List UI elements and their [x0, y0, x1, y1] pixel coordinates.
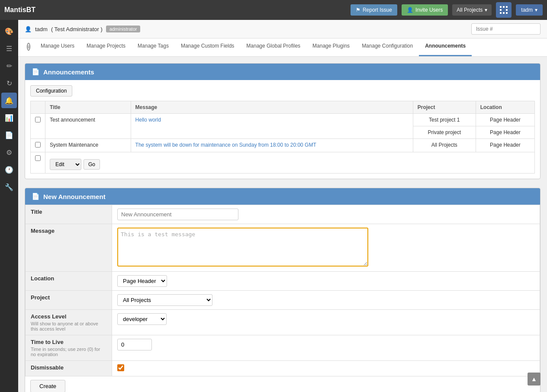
sidebar-icon-edit[interactable]: ✏: [1, 58, 17, 74]
tab-manage-projects[interactable]: Manage Projects: [80, 39, 132, 56]
chevron-down-icon: ▾: [485, 7, 487, 13]
doc-icon-new: 📄: [32, 193, 40, 200]
ttl-input-cell: [112, 335, 540, 361]
row-2-title: System Maintenance: [45, 139, 131, 152]
row-1-title: Test announcement: [45, 114, 131, 139]
location-input-cell: Page Header Page Footer None: [112, 272, 540, 291]
sidebar-icon-palette[interactable]: 🎨: [1, 23, 17, 39]
svg-rect-2: [506, 6, 508, 8]
sidebar-icon-list[interactable]: ☰: [1, 41, 17, 56]
tab-manage-users[interactable]: Manage Users: [35, 39, 80, 56]
row-1-location-2: Page Header: [476, 126, 534, 139]
message-input-cell: This is a test message: [112, 224, 540, 272]
tab-announcements[interactable]: Announcements: [419, 39, 472, 56]
user-bar: 👤 tadm ( Test Administrator ) administra…: [18, 20, 547, 39]
form-row-dismissable: Dismissable: [26, 361, 540, 376]
col-title: Title: [45, 101, 131, 114]
scroll-to-top-button[interactable]: ▲: [528, 373, 541, 386]
sidebar-icon-wrench[interactable]: 🔧: [1, 179, 17, 195]
location-label: Location: [26, 272, 112, 291]
report-issue-button[interactable]: ⚑ Report Issue: [351, 4, 397, 16]
new-announcement-form: Title Message This is a test message: [25, 205, 540, 376]
user-info: 👤 tadm ( Test Administrator ) administra…: [25, 26, 140, 32]
svg-rect-1: [503, 6, 505, 8]
announcements-table: Title Message Project Location: [30, 101, 535, 174]
row-1-message-link[interactable]: Hello world: [135, 117, 161, 123]
svg-rect-0: [500, 6, 502, 8]
table-row: System Maintenance The system will be do…: [31, 139, 535, 152]
user-chevron-icon: ▾: [535, 7, 537, 13]
sidebar-icon-doc[interactable]: 📄: [1, 127, 17, 143]
configuration-button[interactable]: Configuration: [30, 85, 72, 96]
svg-rect-7: [506, 12, 508, 14]
table-row: Test announcement Hello world Test proje…: [31, 114, 535, 126]
col-message: Message: [131, 101, 413, 114]
navbar: MantisBT ⚑ Report Issue 👤 Invite Users A…: [0, 0, 547, 20]
invite-users-button[interactable]: 👤 Invite Users: [402, 4, 448, 16]
svg-rect-4: [506, 9, 508, 11]
row-1-project-1: Test project 1: [413, 114, 476, 126]
user-plus-icon: 👤: [407, 7, 413, 13]
access-level-input-cell: viewer reporter updater developer manage…: [112, 310, 540, 335]
tab-manage-custom-fields[interactable]: Manage Custom Fields: [175, 39, 240, 56]
form-row-ttl: Time to Live Time in seconds; use zero (…: [26, 335, 540, 361]
form-row-access-level: Access Level Will show to anyone at or a…: [26, 310, 540, 335]
sidebar-icon-chart[interactable]: 📊: [1, 110, 17, 125]
ttl-label-cell: Time to Live Time in seconds; use zero (…: [26, 335, 112, 361]
tab-manage-tags[interactable]: Manage Tags: [132, 39, 175, 56]
tab-info[interactable]: i: [23, 39, 35, 56]
tab-manage-global-profiles[interactable]: Manage Global Profiles: [240, 39, 306, 56]
form-row-location: Location Page Header Page Footer None: [26, 272, 540, 291]
ttl-sublabel: Time in seconds; use zero (0) for no exp…: [31, 347, 106, 357]
go-button[interactable]: Go: [84, 159, 100, 170]
ttl-label: Time to Live: [31, 339, 106, 345]
action-row: Edit Delete Go: [31, 152, 535, 174]
issue-search-input[interactable]: [471, 23, 541, 35]
location-select[interactable]: Page Header Page Footer None: [117, 275, 167, 287]
action-cell: Edit Delete Go: [45, 152, 535, 174]
sidebar-icon-clock[interactable]: 🕐: [1, 162, 17, 177]
row-2-checkbox[interactable]: [35, 142, 41, 148]
app-brand: MantisBT: [4, 6, 35, 14]
announcements-panel-body: Configuration Title Message Project Loca…: [25, 80, 540, 179]
title-input-cell: [112, 205, 540, 224]
sidebar-icon-bell[interactable]: 🔔: [1, 93, 17, 108]
message-textarea[interactable]: This is a test message: [117, 228, 368, 267]
user-menu[interactable]: tadm ▾: [516, 4, 543, 16]
new-announcement-panel: 📄 New Announcement Title Message: [25, 188, 541, 392]
new-announcement-panel-body: Title Message This is a test message: [25, 205, 540, 392]
form-row-message: Message This is a test message: [26, 224, 540, 272]
row-2-checkbox-cell: [31, 139, 45, 152]
access-level-label-cell: Access Level Will show to anyone at or a…: [26, 310, 112, 335]
announcements-panel: 📄 Announcements Configuration Title Mess…: [25, 63, 541, 179]
row-2-message-link[interactable]: The system will be down for maintenance …: [135, 142, 316, 148]
title-input[interactable]: [117, 209, 238, 220]
access-level-select[interactable]: viewer reporter updater developer manage…: [117, 313, 167, 325]
dismissable-checkbox[interactable]: [117, 364, 124, 371]
access-level-sublabel: Will show to anyone at or above this acc…: [31, 321, 106, 331]
create-button[interactable]: Create: [30, 380, 65, 392]
ttl-input[interactable]: [117, 339, 152, 350]
project-select[interactable]: All Projects: [117, 294, 212, 306]
tab-manage-configuration[interactable]: Manage Configuration: [356, 39, 419, 56]
project-selector[interactable]: All Projects ▾: [452, 4, 492, 16]
form-row-project: Project All Projects: [26, 291, 540, 310]
sidebar-icon-gear[interactable]: ⚙: [1, 145, 17, 160]
tabs-bar: i Manage Users Manage Projects Manage Ta…: [18, 39, 547, 57]
user-icon: 👤: [25, 26, 32, 32]
new-announcement-panel-header: 📄 New Announcement: [25, 188, 540, 205]
doc-icon-header: 📄: [32, 68, 40, 76]
row-1-checkbox[interactable]: [35, 117, 41, 122]
role-badge: administrator: [106, 26, 141, 32]
tab-manage-plugins[interactable]: Manage Plugins: [306, 39, 356, 56]
action-select[interactable]: Edit Delete: [50, 159, 81, 170]
sidebar-icon-refresh[interactable]: ↻: [1, 75, 17, 91]
svg-rect-5: [500, 12, 502, 14]
dismissable-label: Dismissable: [26, 361, 112, 376]
flag-icon: ⚑: [356, 7, 360, 13]
action-checkbox[interactable]: [35, 155, 41, 161]
dismissable-input-cell: [112, 361, 540, 376]
content-area: 📄 Announcements Configuration Title Mess…: [18, 57, 547, 392]
row-1-message: Hello world: [131, 114, 413, 139]
col-location: Location: [476, 101, 534, 114]
